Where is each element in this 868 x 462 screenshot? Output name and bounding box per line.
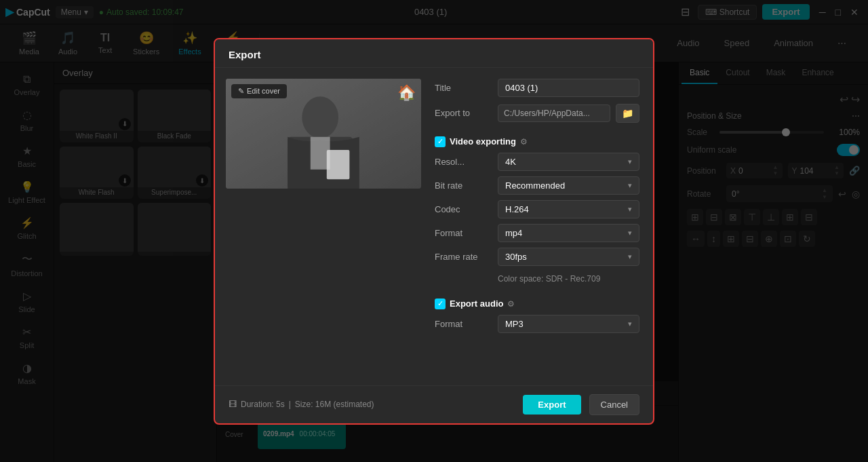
chevron-down-icon: ▾: [628, 157, 632, 166]
audio-format-value: MP3: [505, 319, 524, 329]
chevron-down-icon: ▾: [628, 320, 632, 328]
preview-image: ✎ Edit cover 🏠: [226, 79, 421, 189]
svg-rect-5: [327, 150, 350, 179]
title-row: Title: [435, 79, 639, 97]
resolution-select[interactable]: 4K ▾: [498, 153, 639, 171]
film-icon: 🎞: [229, 400, 237, 409]
dialog-title: Export: [229, 49, 261, 60]
preview-container: ✎ Edit cover 🏠: [226, 79, 421, 189]
dialog-title-bar: Export: [215, 39, 653, 68]
codec-label: Codec: [435, 204, 492, 214]
house-emoji: 🏠: [397, 84, 416, 102]
video-section-title: Video exporting: [450, 136, 516, 147]
framerate-row: Frame rate 30fps ▾: [435, 248, 639, 266]
audio-section-title: Export audio: [450, 299, 503, 309]
title-label: Title: [435, 83, 492, 93]
dialog-settings: Title Export to C:/Users/HP/AppData... 📁…: [432, 68, 653, 385]
framerate-value: 30fps: [505, 252, 527, 262]
audio-section-header: ✓ Export audio ⚙: [435, 299, 639, 309]
bitrate-label: Bit rate: [435, 180, 492, 191]
codec-value: H.264: [505, 204, 529, 214]
color-space-text: Color space: SDR - Rec.709: [498, 274, 639, 284]
svg-point-2: [302, 96, 338, 138]
chevron-down-icon: ▾: [628, 205, 632, 214]
export-button[interactable]: Export: [523, 395, 580, 415]
chevron-down-icon: ▾: [628, 252, 632, 261]
export-path: C:/Users/HP/AppData...: [498, 104, 610, 122]
chevron-down-icon: ▾: [628, 229, 632, 237]
dialog-overlay: Export: [0, 0, 868, 462]
dialog-preview: ✎ Edit cover 🏠: [215, 68, 432, 385]
audio-format-label: Format: [435, 319, 492, 329]
video-section-header: ✓ Video exporting ⚙: [435, 136, 639, 147]
bitrate-row: Bit rate Recommended ▾: [435, 176, 639, 195]
cancel-button[interactable]: Cancel: [589, 394, 639, 415]
format-label: Format: [435, 228, 492, 238]
audio-checkbox[interactable]: ✓: [435, 299, 446, 309]
framerate-select[interactable]: 30fps ▾: [498, 248, 639, 266]
format-value: mp4: [505, 228, 522, 238]
bitrate-select[interactable]: Recommended ▾: [498, 176, 639, 195]
export-to-label: Export to: [435, 108, 492, 118]
format-row: Format mp4 ▾: [435, 224, 639, 242]
codec-select[interactable]: H.264 ▾: [498, 200, 639, 218]
footer-duration: Duration: 5s: [241, 400, 285, 409]
resolution-row: Resol... 4K ▾: [435, 153, 639, 171]
resolution-value: 4K: [505, 157, 516, 167]
audio-format-row: Format MP3 ▾: [435, 315, 639, 333]
title-input[interactable]: [498, 79, 639, 97]
edit-cover-button[interactable]: ✎ Edit cover: [231, 84, 287, 98]
export-to-row: Export to C:/Users/HP/AppData... 📁: [435, 104, 639, 123]
footer-size: Size: 16M (estimated): [295, 400, 374, 409]
bitrate-value: Recommended: [505, 180, 565, 191]
audio-format-select[interactable]: MP3 ▾: [498, 315, 639, 333]
export-dialog: Export: [214, 38, 654, 425]
audio-info-icon[interactable]: ⚙: [507, 299, 515, 309]
chevron-down-icon: ▾: [628, 181, 632, 190]
footer-info: 🎞 Duration: 5s | Size: 16M (estimated): [229, 400, 515, 409]
dialog-footer: 🎞 Duration: 5s | Size: 16M (estimated) E…: [215, 385, 653, 423]
video-checkbox[interactable]: ✓: [435, 136, 446, 147]
video-info-icon[interactable]: ⚙: [520, 137, 528, 147]
codec-row: Codec H.264 ▾: [435, 200, 639, 218]
folder-button[interactable]: 📁: [616, 104, 639, 123]
dialog-body: ✎ Edit cover 🏠 Title Export to: [215, 68, 653, 385]
format-select[interactable]: mp4 ▾: [498, 224, 639, 242]
resolution-label: Resol...: [435, 157, 492, 167]
framerate-label: Frame rate: [435, 252, 492, 262]
